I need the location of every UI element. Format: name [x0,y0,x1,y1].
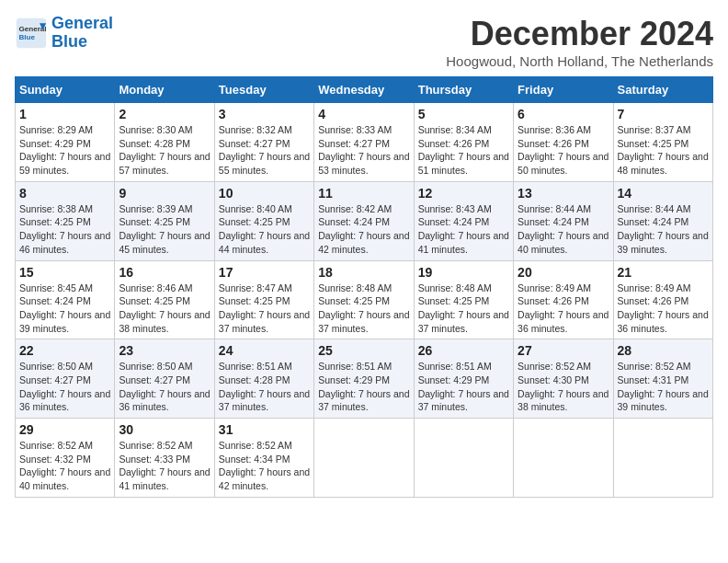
calendar-cell: 1Sunrise: 8:29 AMSunset: 4:29 PMDaylight… [16,103,115,182]
day-number: 26 [418,343,509,358]
weekday-header: Sunday [16,77,115,103]
day-number: 15 [19,265,110,280]
calendar-cell: 5Sunrise: 8:34 AMSunset: 4:26 PMDaylight… [414,103,513,182]
day-number: 21 [618,265,709,280]
day-number: 13 [518,186,609,201]
calendar-cell: 27Sunrise: 8:52 AMSunset: 4:30 PMDayligh… [514,339,613,419]
day-number: 17 [219,265,310,280]
day-info: Sunrise: 8:39 AMSunset: 4:25 PMDaylight:… [119,202,210,257]
day-info: Sunrise: 8:44 AMSunset: 4:24 PMDaylight:… [518,202,609,257]
title-section: December 2024 Hoogwoud, North Holland, T… [446,15,713,69]
calendar-week-row: 8Sunrise: 8:38 AMSunset: 4:25 PMDaylight… [16,181,713,260]
calendar-cell: 17Sunrise: 8:47 AMSunset: 4:25 PMDayligh… [214,260,313,339]
calendar-title: December 2024 [446,15,713,53]
day-number: 7 [618,107,709,121]
calendar-cell: 22Sunrise: 8:50 AMSunset: 4:27 PMDayligh… [16,339,115,419]
calendar-cell: 15Sunrise: 8:45 AMSunset: 4:24 PMDayligh… [16,260,115,339]
weekday-header-row: SundayMondayTuesdayWednesdayThursdayFrid… [16,77,713,103]
day-info: Sunrise: 8:52 AMSunset: 4:34 PMDaylight:… [219,439,310,493]
day-number: 14 [618,186,709,201]
day-info: Sunrise: 8:32 AMSunset: 4:27 PMDaylight:… [219,123,310,178]
calendar-table: SundayMondayTuesdayWednesdayThursdayFrid… [15,76,713,498]
calendar-cell: 6Sunrise: 8:36 AMSunset: 4:26 PMDaylight… [514,103,613,182]
calendar-cell: 24Sunrise: 8:51 AMSunset: 4:28 PMDayligh… [214,339,313,419]
calendar-cell: 28Sunrise: 8:52 AMSunset: 4:31 PMDayligh… [613,339,712,419]
day-info: Sunrise: 8:30 AMSunset: 4:28 PMDaylight:… [119,123,210,178]
day-info: Sunrise: 8:50 AMSunset: 4:27 PMDaylight:… [119,360,210,414]
calendar-subtitle: Hoogwoud, North Holland, The Netherlands [446,53,713,69]
day-number: 30 [119,422,210,437]
day-info: Sunrise: 8:45 AMSunset: 4:24 PMDaylight:… [19,282,110,336]
calendar-cell: 9Sunrise: 8:39 AMSunset: 4:25 PMDaylight… [115,181,214,260]
day-number: 5 [418,107,509,121]
day-number: 3 [219,107,310,121]
day-info: Sunrise: 8:52 AMSunset: 4:31 PMDaylight:… [618,360,709,414]
calendar-cell: 25Sunrise: 8:51 AMSunset: 4:29 PMDayligh… [314,339,414,419]
calendar-cell: 2Sunrise: 8:30 AMSunset: 4:28 PMDaylight… [115,103,214,182]
day-info: Sunrise: 8:48 AMSunset: 4:25 PMDaylight:… [418,282,509,336]
calendar-cell: 26Sunrise: 8:51 AMSunset: 4:29 PMDayligh… [414,339,513,419]
day-info: Sunrise: 8:37 AMSunset: 4:25 PMDaylight:… [618,123,709,178]
day-number: 16 [119,265,210,280]
day-info: Sunrise: 8:52 AMSunset: 4:32 PMDaylight:… [19,439,110,493]
day-number: 27 [518,343,609,358]
day-number: 28 [618,343,709,358]
day-info: Sunrise: 8:51 AMSunset: 4:28 PMDaylight:… [219,360,310,414]
day-number: 8 [19,186,110,201]
calendar-cell: 3Sunrise: 8:32 AMSunset: 4:27 PMDaylight… [214,103,313,182]
weekday-header: Tuesday [214,77,313,103]
calendar-cell: 29Sunrise: 8:52 AMSunset: 4:32 PMDayligh… [16,419,115,498]
day-number: 20 [518,265,609,280]
day-info: Sunrise: 8:29 AMSunset: 4:29 PMDaylight:… [19,123,110,178]
day-number: 25 [318,343,409,358]
weekday-header: Monday [115,77,214,103]
day-number: 9 [119,186,210,201]
calendar-cell: 12Sunrise: 8:43 AMSunset: 4:24 PMDayligh… [414,181,513,260]
day-info: Sunrise: 8:43 AMSunset: 4:24 PMDaylight:… [418,202,509,257]
day-info: Sunrise: 8:40 AMSunset: 4:25 PMDaylight:… [219,202,310,257]
calendar-cell: 13Sunrise: 8:44 AMSunset: 4:24 PMDayligh… [514,181,613,260]
calendar-cell: 21Sunrise: 8:49 AMSunset: 4:26 PMDayligh… [613,260,712,339]
day-info: Sunrise: 8:50 AMSunset: 4:27 PMDaylight:… [19,360,110,414]
day-number: 29 [19,422,110,437]
weekday-header: Wednesday [314,77,414,103]
day-number: 11 [318,186,409,201]
calendar-cell: 30Sunrise: 8:52 AMSunset: 4:33 PMDayligh… [115,419,214,498]
calendar-cell: 18Sunrise: 8:48 AMSunset: 4:25 PMDayligh… [314,260,414,339]
calendar-cell: 10Sunrise: 8:40 AMSunset: 4:25 PMDayligh… [214,181,313,260]
calendar-cell: 7Sunrise: 8:37 AMSunset: 4:25 PMDaylight… [613,103,712,182]
day-number: 6 [518,107,609,121]
calendar-cell: 31Sunrise: 8:52 AMSunset: 4:34 PMDayligh… [214,419,313,498]
day-info: Sunrise: 8:34 AMSunset: 4:26 PMDaylight:… [418,123,509,178]
calendar-cell [514,419,613,498]
logo-icon: General Blue [15,17,48,50]
weekday-header: Saturday [613,77,712,103]
logo-text: General Blue [51,15,113,52]
calendar-cell [613,419,712,498]
day-info: Sunrise: 8:44 AMSunset: 4:24 PMDaylight:… [618,202,709,257]
calendar-week-row: 22Sunrise: 8:50 AMSunset: 4:27 PMDayligh… [16,339,713,419]
calendar-cell: 11Sunrise: 8:42 AMSunset: 4:24 PMDayligh… [314,181,414,260]
day-info: Sunrise: 8:52 AMSunset: 4:33 PMDaylight:… [119,439,210,493]
day-info: Sunrise: 8:42 AMSunset: 4:24 PMDaylight:… [318,202,409,257]
day-info: Sunrise: 8:48 AMSunset: 4:25 PMDaylight:… [318,282,409,336]
day-number: 1 [19,107,110,121]
day-info: Sunrise: 8:46 AMSunset: 4:25 PMDaylight:… [119,282,210,336]
day-info: Sunrise: 8:51 AMSunset: 4:29 PMDaylight:… [318,360,409,414]
day-info: Sunrise: 8:47 AMSunset: 4:25 PMDaylight:… [219,282,310,336]
calendar-cell: 8Sunrise: 8:38 AMSunset: 4:25 PMDaylight… [16,181,115,260]
calendar-cell: 20Sunrise: 8:49 AMSunset: 4:26 PMDayligh… [514,260,613,339]
day-number: 12 [418,186,509,201]
svg-text:Blue: Blue [19,33,36,41]
calendar-week-row: 1Sunrise: 8:29 AMSunset: 4:29 PMDaylight… [16,103,713,182]
weekday-header: Friday [514,77,613,103]
calendar-week-row: 29Sunrise: 8:52 AMSunset: 4:32 PMDayligh… [16,419,713,498]
day-number: 2 [119,107,210,121]
weekday-header: Thursday [414,77,513,103]
day-number: 19 [418,265,509,280]
calendar-cell: 23Sunrise: 8:50 AMSunset: 4:27 PMDayligh… [115,339,214,419]
day-info: Sunrise: 8:33 AMSunset: 4:27 PMDaylight:… [318,123,409,178]
day-number: 31 [219,422,310,437]
day-info: Sunrise: 8:36 AMSunset: 4:26 PMDaylight:… [518,123,609,178]
calendar-cell: 16Sunrise: 8:46 AMSunset: 4:25 PMDayligh… [115,260,214,339]
